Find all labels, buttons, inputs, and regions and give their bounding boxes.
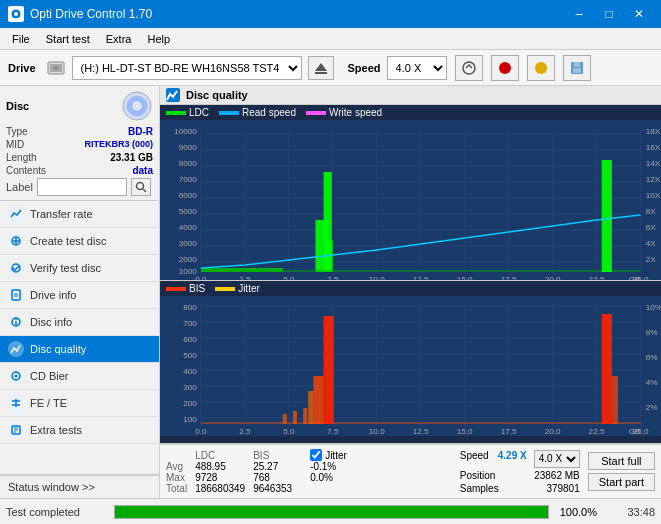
nav-item-disc-info[interactable]: Disc info	[0, 309, 159, 336]
svg-rect-144	[293, 411, 297, 424]
drive-select[interactable]: (H:) HL-DT-ST BD-RE WH16NS58 TST4	[72, 56, 302, 80]
stats-section: LDC BIS Jitter Avg 488.95 25.27	[166, 449, 452, 494]
jitter-legend-color	[215, 287, 235, 291]
menu-extra[interactable]: Extra	[98, 31, 140, 47]
svg-text:4000: 4000	[179, 223, 198, 232]
svg-rect-143	[283, 414, 287, 424]
svg-rect-145	[303, 408, 307, 424]
svg-text:5.0: 5.0	[283, 427, 295, 436]
speed-select[interactable]: 4.0 X	[387, 56, 447, 80]
svg-rect-9	[535, 62, 547, 74]
max-bis-value: 768	[253, 472, 270, 483]
speed-value: 4.29 X	[498, 450, 527, 468]
svg-text:10.0: 10.0	[369, 427, 385, 436]
read-speed-legend-color	[219, 111, 239, 115]
status-window-section: Status window >>	[0, 474, 159, 498]
toolbar-btn-2[interactable]	[491, 55, 519, 81]
svg-text:5000: 5000	[179, 207, 198, 216]
close-button[interactable]: ✕	[625, 3, 653, 25]
label-search-button[interactable]	[131, 178, 151, 196]
svg-text:2.5: 2.5	[239, 427, 251, 436]
start-part-button[interactable]: Start part	[588, 473, 655, 491]
time-text: 33:48	[605, 506, 655, 518]
nav-item-disc-quality[interactable]: Disc quality	[0, 336, 159, 363]
disc-section: Disc Type BD-R MID RITEKBR3 (000)	[0, 86, 159, 201]
svg-text:500: 500	[183, 351, 197, 360]
ldc-col-header: LDC	[195, 450, 215, 461]
max-ldc-value: 9728	[195, 472, 217, 483]
svg-point-1	[14, 12, 18, 16]
bottom-chart-svg: 800 700 600 500 400 300 200 100 10% 8% 6…	[160, 296, 661, 436]
legend-write-speed-label: Write speed	[329, 107, 382, 118]
title-bar-left: Opti Drive Control 1.70	[8, 6, 152, 22]
svg-text:7.5: 7.5	[327, 427, 339, 436]
position-value: 23862 MB	[534, 470, 580, 481]
svg-rect-141	[313, 376, 323, 424]
nav-item-fe-te[interactable]: FE / TE	[0, 390, 159, 417]
legend-jitter: Jitter	[215, 283, 260, 294]
svg-point-7	[463, 62, 475, 74]
menu-help[interactable]: Help	[139, 31, 178, 47]
speed-select-stats[interactable]: 4.0 X	[534, 450, 580, 468]
legend-bis: BIS	[166, 283, 205, 294]
nav-item-cd-bier[interactable]: CD Bier	[0, 363, 159, 390]
extra-tests-icon	[8, 422, 24, 438]
legend-jitter-label: Jitter	[238, 283, 260, 294]
toolbar-btn-save[interactable]	[563, 55, 591, 81]
svg-text:4X: 4X	[646, 239, 657, 248]
eject-button[interactable]	[308, 56, 334, 80]
svg-text:0.0: 0.0	[195, 275, 207, 280]
nav-label-disc-quality: Disc quality	[30, 343, 86, 355]
menu-start-test[interactable]: Start test	[38, 31, 98, 47]
svg-text:300: 300	[183, 383, 197, 392]
drive-icon	[46, 58, 66, 78]
svg-text:10000: 10000	[174, 127, 197, 136]
nav-item-verify-test-disc[interactable]: Verify test disc	[0, 255, 159, 282]
svg-rect-140	[324, 316, 334, 424]
label-input[interactable]	[37, 178, 127, 196]
menu-bar: File Start test Extra Help	[0, 28, 661, 50]
svg-text:15.0: 15.0	[457, 427, 473, 436]
disc-title: Disc	[6, 100, 29, 112]
create-test-disc-icon	[8, 233, 24, 249]
svg-rect-93	[201, 270, 641, 272]
position-row: Position 23862 MB	[460, 470, 580, 481]
top-chart-wrapper: LDC Read speed Write speed	[160, 105, 661, 281]
jitter-checkbox[interactable]	[310, 449, 322, 461]
progress-bar-fill	[115, 506, 548, 518]
status-window-link[interactable]: Status window >>	[0, 475, 159, 498]
svg-text:8000: 8000	[179, 159, 198, 168]
position-label: Position	[460, 470, 496, 481]
svg-text:7.5: 7.5	[327, 275, 339, 280]
speed-label: Speed	[348, 62, 381, 74]
top-chart-svg: 10000 9000 8000 7000 6000 5000 4000 3000…	[160, 120, 661, 280]
right-panel: Disc quality LDC Read speed	[160, 86, 661, 498]
svg-rect-12	[573, 68, 581, 73]
svg-text:10%: 10%	[646, 303, 661, 312]
stats-table: LDC BIS Jitter Avg 488.95 25.27	[166, 449, 355, 494]
svg-text:700: 700	[183, 319, 197, 328]
nav-item-drive-info[interactable]: Drive info	[0, 282, 159, 309]
toolbar-btn-1[interactable]	[455, 55, 483, 81]
maximize-button[interactable]: □	[595, 3, 623, 25]
chart-title-bar: Disc quality	[160, 86, 661, 105]
svg-text:8X: 8X	[646, 207, 657, 216]
total-bis-value: 9646353	[253, 483, 292, 494]
nav-label-extra-tests: Extra tests	[30, 424, 82, 436]
svg-text:10.0: 10.0	[369, 275, 385, 280]
svg-rect-146	[602, 314, 612, 424]
nav-item-create-test-disc[interactable]: Create test disc	[0, 228, 159, 255]
nav-item-transfer-rate[interactable]: Transfer rate	[0, 201, 159, 228]
svg-text:22.5: 22.5	[589, 427, 605, 436]
bottom-chart-wrapper: BIS Jitter	[160, 281, 661, 444]
jitter-label: Jitter	[325, 450, 347, 461]
nav-item-extra-tests[interactable]: Extra tests	[0, 417, 159, 444]
toolbar-btn-3[interactable]	[527, 55, 555, 81]
title-bar: Opti Drive Control 1.70 – □ ✕	[0, 0, 661, 28]
start-full-button[interactable]: Start full	[588, 452, 655, 470]
menu-file[interactable]: File	[4, 31, 38, 47]
svg-point-17	[136, 183, 143, 190]
svg-rect-142	[308, 391, 313, 424]
svg-text:22.5: 22.5	[589, 275, 605, 280]
minimize-button[interactable]: –	[565, 3, 593, 25]
